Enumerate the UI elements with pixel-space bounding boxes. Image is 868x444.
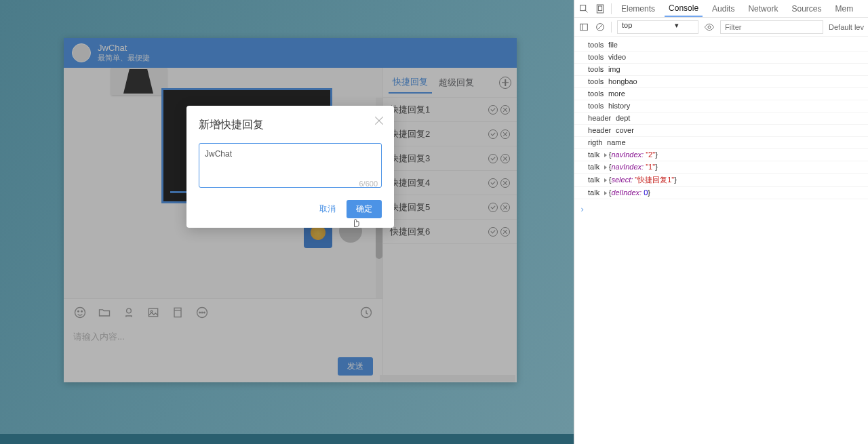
cancel-button[interactable]: 取消 [313,200,342,218]
console-line[interactable]: tools history [574,100,868,113]
console-line[interactable]: talk {select: "快捷回复1"} [574,174,868,187]
log-level-selector[interactable]: Default lev [829,23,864,31]
quick-reply-input[interactable] [199,143,382,188]
tab-memory[interactable]: Mem [831,1,857,16]
console-line[interactable]: tools video [574,52,868,64]
clear-console-icon[interactable] [595,22,606,33]
console-prompt[interactable]: › [574,202,868,217]
console-line[interactable]: rigth name [574,137,868,149]
console-line[interactable]: tools file [574,39,868,52]
console-line[interactable]: header cover [574,125,868,137]
console-line[interactable]: talk {navIndex: "1"} [574,161,868,174]
confirm-button[interactable]: 确定 [347,200,382,218]
svg-rect-15 [598,6,601,11]
eye-icon[interactable] [704,22,715,33]
add-quick-reply-modal: 新增快捷回复 6/600 取消 确定 [186,106,394,228]
console-line[interactable]: talk {navIndex: "2"} [574,149,868,161]
filter-input[interactable] [720,20,823,34]
console-line[interactable]: tools more [574,88,868,100]
close-icon[interactable] [374,115,384,126]
context-selector[interactable]: top▾ [617,20,698,34]
console-line[interactable]: tools img [574,64,868,76]
tab-network[interactable]: Network [744,1,782,16]
svg-point-20 [708,26,711,28]
tab-elements[interactable]: Elements [617,1,659,16]
console-line[interactable]: tools hongbao [574,76,868,88]
svg-rect-16 [580,24,588,30]
app-background: JwChat 最简单、最便捷 JwChat 2020/05/20 23:19:0… [0,0,574,434]
console-toolbar: top▾ Default lev [574,18,868,37]
devtools-panel: Elements Console Audits Network Sources … [574,0,868,444]
char-count: 6/600 [359,180,378,188]
devtools-tabs: Elements Console Audits Network Sources … [574,0,868,18]
modal-footer: 取消 确定 [199,200,382,218]
modal-overlay: 新增快捷回复 6/600 取消 确定 [64,38,517,382]
inspect-icon[interactable] [578,3,589,14]
tab-audits[interactable]: Audits [708,1,738,16]
console-output[interactable]: tools filetools videotools imgtools hong… [574,37,868,202]
device-icon[interactable] [595,3,606,14]
console-line[interactable]: talk {delIndex: 0} [574,187,868,199]
tab-console[interactable]: Console [665,1,703,17]
console-line[interactable]: header dept [574,113,868,125]
svg-line-19 [598,24,603,29]
tab-sources[interactable]: Sources [787,1,825,16]
modal-title: 新增快捷回复 [199,118,382,132]
sidebar-toggle-icon[interactable] [578,22,589,33]
